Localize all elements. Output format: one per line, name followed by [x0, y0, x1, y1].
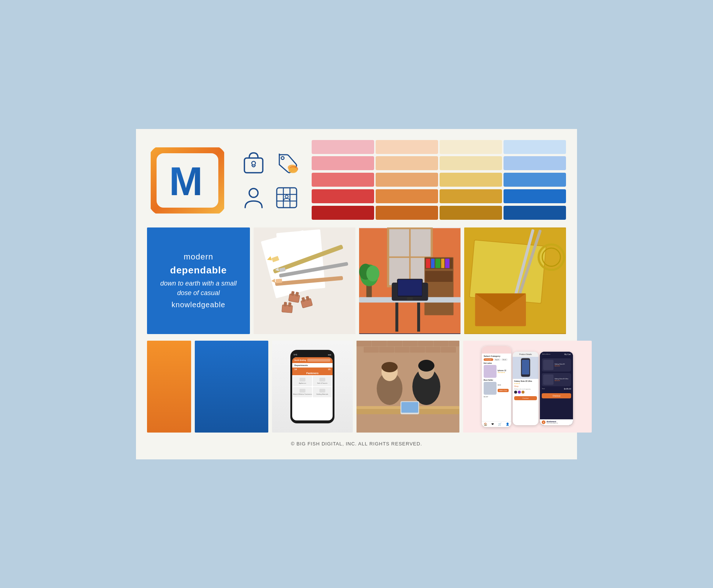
phone-mockup: 9:41 ●●● North Ending Departments: [272, 341, 353, 433]
photo-desk: [464, 227, 566, 334]
appliances-label: Appliances: [299, 382, 306, 384]
color-swatch: [312, 140, 374, 154]
svg-rect-72: [387, 341, 402, 346]
copyright: © BIG FISH DIGITAL, INC. ALL RIGHTS RESE…: [291, 441, 422, 447]
photo-meeting: [356, 341, 459, 433]
photo-office: [359, 227, 461, 334]
svg-rect-35: [288, 302, 291, 307]
svg-rect-58: [398, 280, 422, 295]
svg-rect-71: [372, 341, 387, 346]
svg-rect-51: [417, 302, 420, 331]
svg-rect-50: [395, 302, 398, 331]
app-screen-3: Add address My Cart Galaxy Note 20 $500.…: [540, 352, 573, 425]
color-swatch: [440, 140, 502, 154]
svg-rect-44: [426, 258, 430, 268]
color-swatch: [440, 156, 502, 170]
svg-rect-25: [276, 279, 282, 283]
svg-rect-48: [445, 258, 449, 268]
svg-point-3: [252, 161, 255, 165]
checkout-button[interactable]: Checkout: [514, 396, 537, 400]
select-category-label: Select Category: [484, 355, 509, 357]
my-cart-label: My Cart: [565, 353, 571, 355]
phone-inner: 9:41 ●●● North Ending Departments: [272, 341, 353, 433]
svg-point-14: [285, 195, 288, 198]
top-row: M: [147, 140, 566, 221]
phone-cell-blinds: Blinds & Window Treatments: [293, 387, 312, 397]
phone-screen: North Ending Departments 14 15: [292, 357, 333, 420]
color-swatch: [504, 173, 566, 187]
color-swatch: [504, 206, 566, 220]
bath-label: Bath & Faucets: [317, 382, 327, 384]
galaxy-name: Galaxy Note 20 Ultra: [514, 380, 537, 382]
hot-sales-label: Hot sales: [484, 362, 509, 364]
color-swatch: [504, 189, 566, 203]
svg-rect-79: [395, 347, 409, 352]
dark-checkout-button[interactable]: Checkout: [542, 393, 571, 398]
phone-grid: Appliances Bath & Faucets Blinds & Windo…: [292, 375, 333, 398]
color-swatch: [440, 189, 502, 203]
color-swatch: [376, 206, 438, 220]
svg-rect-76: [449, 341, 459, 346]
cart-item1-price: $500.00: [555, 365, 565, 367]
phone-dept-label: Departments: [292, 363, 333, 368]
app-screen-1: Select Category Computer Apple Book Hot …: [482, 346, 511, 427]
shopping-bag-icon: [239, 148, 268, 178]
fasteners-label: Fasteners: [292, 371, 333, 375]
brand-text-box: modern dependable down to earth with a s…: [147, 227, 250, 334]
svg-point-56: [366, 265, 379, 281]
svg-point-7: [289, 167, 297, 173]
svg-rect-45: [431, 258, 434, 268]
pencils-scene: [254, 227, 355, 334]
phone-cell-bath: Bath & Faucets: [313, 376, 332, 386]
svg-rect-74: [418, 341, 433, 346]
svg-rect-80: [410, 347, 425, 352]
color-swatch: [504, 140, 566, 154]
apple-chip: Apple: [494, 358, 501, 361]
person-icon: [239, 183, 268, 212]
svg-text:M: M: [169, 158, 203, 204]
svg-point-87: [381, 362, 398, 372]
svg-rect-77: [364, 347, 379, 352]
price-tag-icon: [272, 148, 301, 178]
blinds-label: Blinds & Window Treatments: [293, 393, 312, 395]
logo-box: M: [147, 140, 228, 221]
color-swatch: [440, 206, 502, 220]
bottom-row: 9:41 ●●● North Ending Departments: [147, 341, 566, 433]
middle-row: modern dependable down to earth with a s…: [147, 227, 566, 334]
phone-screen-header: North Ending: [292, 357, 333, 363]
building-label: Building Materials: [316, 393, 328, 395]
phone-search-bar: [307, 359, 330, 362]
divelement-url: VISIT DIVELEMENT.IO: [547, 423, 558, 424]
add-to-cart-button[interactable]: Add to Cart: [498, 389, 509, 392]
desk-scene: [464, 227, 566, 334]
svg-rect-34: [284, 302, 287, 306]
text-casual: down to earth with a small dose of casua…: [154, 279, 243, 297]
icons-grid: [235, 140, 305, 221]
m-logo: M: [151, 147, 224, 214]
color-swatch: [312, 173, 374, 187]
svg-rect-94: [522, 360, 529, 374]
color-swatch: [376, 156, 438, 170]
color-swatch: [376, 189, 438, 203]
svg-rect-69: [356, 341, 459, 433]
text-modern: modern: [184, 252, 214, 262]
product-details-label: Product Details: [519, 353, 532, 355]
color-swatch: [376, 173, 438, 187]
svg-rect-73: [403, 341, 418, 346]
gradient-orange-block: [147, 341, 191, 433]
app-screen-2: Product Details Galaxy Note 20 Ultra ★★★…: [513, 352, 538, 425]
svg-rect-47: [441, 258, 444, 268]
north-ending-label: North Ending: [294, 359, 306, 361]
color-swatch: [312, 206, 374, 220]
color-swatch: [440, 173, 502, 187]
svg-rect-82: [441, 347, 456, 352]
svg-rect-70: [356, 341, 371, 346]
svg-rect-75: [434, 341, 448, 346]
color-swatch: [376, 140, 438, 154]
best-seller-label: Best Seller: [484, 379, 509, 381]
phone-cell-appliances: Appliances: [293, 376, 312, 386]
svg-rect-43: [425, 271, 452, 282]
photo-pencils: [254, 227, 355, 334]
office-scene: [359, 227, 461, 334]
footer: © BIG FISH DIGITAL, INC. ALL RIGHTS RESE…: [147, 439, 566, 448]
